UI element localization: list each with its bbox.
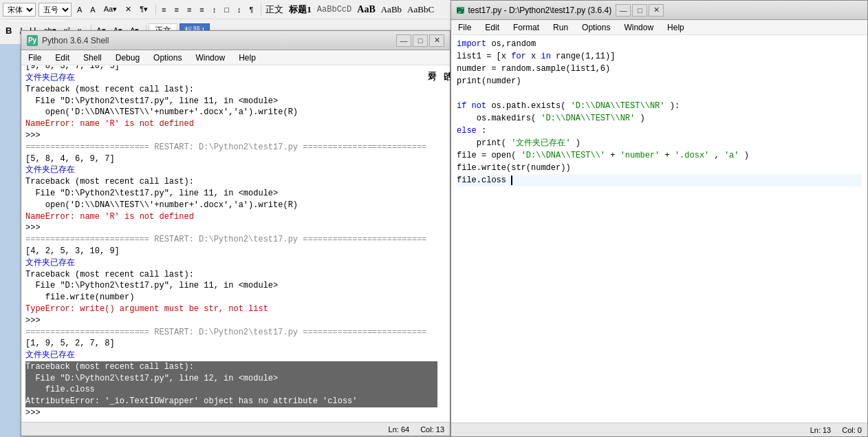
idle-menu-edit[interactable]: Edit <box>482 21 502 34</box>
prompt-4: >>> <box>25 315 437 327</box>
line-spacing-btn[interactable]: ↕ <box>210 4 219 15</box>
output-line-2: [9, 8, 3, 7, 10, 5] <box>25 65 437 72</box>
error-3: NameError: name 'R' is not defined <box>25 211 437 223</box>
output-line-5: [1, 9, 5, 2, 7, 8] <box>25 338 437 350</box>
sort-btn[interactable]: ↕ <box>235 4 244 15</box>
paragraph-spacing-btn[interactable]: ¶▾ <box>137 3 151 15</box>
traceback-code-2: open('D:\\DNA\\TEST\\'+number+'.docx','a… <box>25 107 437 118</box>
align-left-btn[interactable]: ≡ <box>159 4 169 15</box>
justify-btn[interactable]: ≡ <box>197 4 206 15</box>
font-shrink-btn[interactable]: A <box>87 4 98 15</box>
code-line-6: if not os.path.exists( 'D:\\DNA\\TEST\\N… <box>457 100 862 112</box>
chinese-output-2: 文件夹已存在 <box>25 72 437 84</box>
traceback-header-2: Traceback (most recent call last): <box>25 84 437 96</box>
font-family-dropdown[interactable]: 宋体 <box>3 3 36 17</box>
traceback-header-3: Traceback (most recent call last): <box>25 176 437 188</box>
idle-status-ln: Ln: 13 <box>810 426 832 434</box>
code-line-5 <box>457 87 862 100</box>
idle-editor-titlebar: Py test17.py - D:\Python2\test17.py (3.6… <box>451 1 867 20</box>
python-shell-title: Python 3.6.4 Shell <box>42 36 392 45</box>
idle-menu-file[interactable]: File <box>455 21 474 34</box>
idle-menu-run[interactable]: Run <box>550 21 571 34</box>
code-line-9: print( '文件夹已存在' ) <box>457 137 862 149</box>
python-shell-menubar: File Edit Shell Debug Options Window Hel… <box>21 50 450 65</box>
idle-editor-statusbar: Ln: 13 Col: 0 <box>451 423 867 436</box>
code-line-8: else : <box>457 125 862 137</box>
clear-format-btn[interactable]: ✕ <box>122 3 134 15</box>
idle-code-content[interactable]: import os,random list1 = [x for x in ran… <box>451 35 867 423</box>
font-size-dropdown[interactable]: 五号 <box>39 3 72 17</box>
shell-menu-window[interactable]: Window <box>193 52 228 64</box>
code-editor-area[interactable]: import os,random list1 = [x for x in ran… <box>451 35 867 423</box>
idle-minimize-btn[interactable]: — <box>616 4 631 17</box>
traceback-code-3: open('D:\\DNA\\TEST\\'+number+'.docx','a… <box>25 200 437 211</box>
border-btn[interactable]: □ <box>221 4 232 15</box>
font-grow-btn[interactable]: A <box>74 4 85 15</box>
idle-icon: Py <box>457 7 464 14</box>
output-line-3: [5, 8, 4, 6, 9, 7] <box>25 153 437 165</box>
idle-maximize-btn[interactable]: □ <box>632 4 647 17</box>
shell-menu-help[interactable]: Help <box>236 52 259 64</box>
window-controls: — □ ✕ <box>396 34 444 47</box>
traceback-header-5-hl: Traceback (most recent call last): <box>25 361 437 373</box>
error-4: TypeError: write() argument must be str,… <box>25 303 437 315</box>
prompt-5: >>> <box>25 407 437 419</box>
pilcrow-btn[interactable]: ¶ <box>246 4 256 15</box>
separator1 <box>153 4 156 15</box>
code-line-11: file.write(str(numder)) <box>457 162 862 174</box>
shell-menu-edit[interactable]: Edit <box>52 52 72 64</box>
idle-menu-help[interactable]: Help <box>664 21 687 34</box>
prompt-2: >>> <box>25 130 437 142</box>
code-line-7: os.makedirs( 'D:\\DNA\\TEST\\NR' ) <box>457 112 862 125</box>
close-btn[interactable]: ✕ <box>429 34 444 47</box>
code-line-4: print(numder) <box>457 75 862 87</box>
restart-separator-4: ========================= RESTART: D:\Py… <box>25 234 437 246</box>
cursor <box>511 175 517 185</box>
word-content-right: 用的话 档了 语法 序列: popu osen f 的话 要对 <box>424 65 451 86</box>
restart-separator-3: ========================= RESTART: D:\Py… <box>25 142 437 153</box>
minimize-btn[interactable]: — <box>396 34 411 47</box>
python-shell-statusbar: Ln: 64 Col: 13 <box>21 422 450 436</box>
align-center-btn[interactable]: ≡ <box>172 4 182 15</box>
output-line-4: [4, 2, 5, 3, 10, 9] <box>25 246 437 257</box>
shell-output: ========================= RESTART: D:\Py… <box>21 65 442 422</box>
code-line-12: file.closs <box>457 174 862 186</box>
bold-btn[interactable]: B <box>3 24 14 37</box>
traceback-file-3: File "D:\Python2\test17.py", line 11, in… <box>25 188 437 200</box>
style-label3: AaBbCcD <box>317 5 351 14</box>
idle-editor-title: test17.py - D:\Python2\test17.py (3.6.4) <box>468 6 612 15</box>
code-line-13 <box>457 186 862 199</box>
idle-editor-window: Py test17.py - D:\Python2\test17.py (3.6… <box>451 0 868 437</box>
prompt-3: >>> <box>25 222 437 234</box>
idle-menu-format[interactable]: Format <box>510 21 542 34</box>
shell-content-area[interactable]: ========================= RESTART: D:\Py… <box>21 65 450 422</box>
code-line-3: numder = random.sample(list1,6) <box>457 63 862 75</box>
style-label4: AaB <box>357 4 375 15</box>
shell-menu-shell[interactable]: Shell <box>80 52 105 64</box>
toolbar-row1: 宋体 五号 A A Aa▾ ✕ ¶▾ ≡ ≡ ≡ ≡ ↕ □ ↕ ¶ 正文 标题… <box>0 0 454 19</box>
restart-separator-5: ========================= RESTART: D:\Py… <box>25 327 437 339</box>
traceback-code-4: file.write(number) <box>25 292 437 303</box>
shell-menu-options[interactable]: Options <box>151 52 184 64</box>
traceback-file-4: File "D:\Python2\test17.py", line 11, in… <box>25 280 437 292</box>
idle-menu-options[interactable]: Options <box>579 21 613 34</box>
idle-editor-menubar: File Edit Format Run Options Window Help <box>451 20 867 35</box>
maximize-btn[interactable]: □ <box>413 34 428 47</box>
code-line-1: import os,random <box>457 38 862 50</box>
shell-status-ln: Ln: 64 <box>389 425 410 434</box>
idle-status-col: Col: 0 <box>842 426 862 434</box>
align-right-btn[interactable]: ≡ <box>184 4 194 15</box>
idle-window-controls: — □ ✕ <box>616 4 664 17</box>
chinese-output-5: 文件夹已存在 <box>25 350 437 361</box>
shell-status-col: Col: 13 <box>420 425 444 434</box>
python-icon: Py <box>27 35 38 46</box>
shell-menu-file[interactable]: File <box>25 52 44 64</box>
style-label6: AaBbC <box>407 4 434 15</box>
shell-menu-debug[interactable]: Debug <box>113 52 142 64</box>
chinese-output-4: 文件夹已存在 <box>25 257 437 269</box>
idle-close-btn[interactable]: ✕ <box>649 4 664 17</box>
idle-menu-window[interactable]: Window <box>621 21 656 34</box>
font-case-btn[interactable]: Aa▾ <box>101 3 120 15</box>
separator2 <box>259 4 261 15</box>
python-shell-titlebar: Py Python 3.6.4 Shell — □ ✕ <box>21 31 450 50</box>
